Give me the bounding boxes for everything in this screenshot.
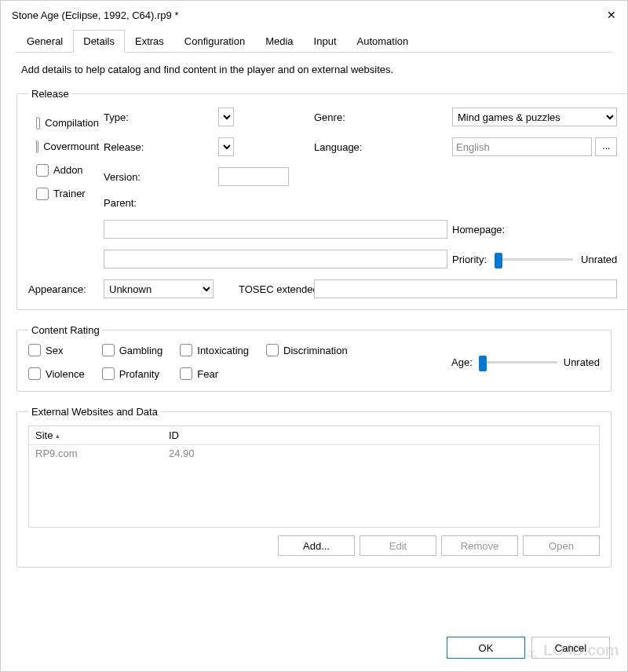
window-title: Stone Age (Eclipse, 1992, C64).rp9 * xyxy=(12,9,178,21)
tab-configuration[interactable]: Configuration xyxy=(174,30,255,53)
genre-select[interactable]: Mind games & puzzles xyxy=(452,108,617,126)
external-table[interactable]: Site▴ ID RP9.com 24.90 xyxy=(28,425,600,528)
release-select[interactable]: Unknown xyxy=(218,137,234,156)
row-site: RP9.com xyxy=(29,445,162,462)
age-label: Age: xyxy=(451,356,473,368)
row-id: 24.90 xyxy=(162,445,599,462)
tab-automation[interactable]: Automation xyxy=(347,30,419,53)
dialog-window: Stone Age (Eclipse, 1992, C64).rp9 * ✕ G… xyxy=(0,0,628,672)
release-label: Release: xyxy=(104,141,214,153)
homepage-field[interactable] xyxy=(104,250,447,268)
column-id[interactable]: ID xyxy=(162,427,599,444)
add-button[interactable]: Add... xyxy=(278,535,355,556)
external-header: Site▴ ID xyxy=(29,426,599,445)
sex-checkbox[interactable]: Sex xyxy=(28,344,85,356)
addon-checkbox[interactable]: Addon xyxy=(36,164,99,177)
gambling-checkbox[interactable]: Gambling xyxy=(102,344,163,356)
tab-general[interactable]: General xyxy=(16,30,73,53)
tab-content: Add details to help catalog and find con… xyxy=(1,53,627,626)
profanity-checkbox[interactable]: Profanity xyxy=(102,367,163,380)
trainer-checkbox[interactable]: Trainer xyxy=(36,188,99,200)
tab-extras[interactable]: Extras xyxy=(125,30,174,53)
priority-label: Priority: xyxy=(452,254,487,265)
description-text: Add details to help catalog and find con… xyxy=(16,53,612,88)
priority-slider[interactable] xyxy=(495,251,573,267)
titlebar: Stone Age (Eclipse, 1992, C64).rp9 * ✕ xyxy=(1,1,627,29)
homepage-label: Homepage: xyxy=(452,224,617,236)
intoxicating-checkbox[interactable]: Intoxicating xyxy=(180,344,249,356)
content-rating-group: Content Rating Sex Gambling Intoxicating… xyxy=(16,324,612,392)
type-select[interactable]: Game xyxy=(218,108,234,126)
parent-label: Parent: xyxy=(104,197,214,209)
open-button[interactable]: Open xyxy=(523,535,600,556)
appearance-select[interactable]: Unknown xyxy=(104,279,214,298)
language-browse-button[interactable]: ... xyxy=(595,137,617,156)
priority-value: Unrated xyxy=(581,254,617,265)
cancel-button[interactable]: Cancel xyxy=(531,637,610,659)
close-button[interactable]: ✕ xyxy=(585,9,616,21)
column-site[interactable]: Site▴ xyxy=(29,427,162,444)
ok-button[interactable]: OK xyxy=(447,637,525,659)
external-legend: External Websites and Data xyxy=(28,406,161,418)
language-label: Language: xyxy=(314,141,447,153)
tosec-label: TOSEC extended: xyxy=(239,283,309,295)
tab-media[interactable]: Media xyxy=(255,30,303,53)
external-buttons: Add... Edit Remove Open xyxy=(28,535,600,556)
dialog-footer: OK Cancel xyxy=(1,626,627,671)
version-label: Version: xyxy=(104,171,214,183)
release-group: Release Type: Game Genre: Mind games & p… xyxy=(16,88,627,310)
sort-asc-icon: ▴ xyxy=(56,432,60,440)
genre-label: Genre: xyxy=(314,111,447,123)
age-value: Unrated xyxy=(564,356,600,368)
language-field[interactable] xyxy=(452,137,592,156)
release-legend: Release xyxy=(28,88,72,100)
appearance-label: Appearance: xyxy=(28,283,99,295)
version-field[interactable] xyxy=(218,167,289,186)
violence-checkbox[interactable]: Violence xyxy=(28,367,85,380)
remove-button[interactable]: Remove xyxy=(441,535,518,556)
external-group: External Websites and Data Site▴ ID RP9.… xyxy=(16,406,612,568)
type-label: Type: xyxy=(104,111,214,123)
tab-strip: General Details Extras Configuration Med… xyxy=(16,29,612,53)
parent-field[interactable] xyxy=(104,220,447,239)
tab-details[interactable]: Details xyxy=(73,30,125,53)
fear-checkbox[interactable]: Fear xyxy=(180,367,249,380)
content-rating-legend: Content Rating xyxy=(28,324,103,336)
discrimination-checkbox[interactable]: Discrimination xyxy=(266,344,348,356)
covermount-checkbox[interactable]: Covermount xyxy=(36,141,99,153)
tosec-field[interactable] xyxy=(314,279,617,298)
compilation-checkbox[interactable]: Compilation xyxy=(36,117,99,130)
edit-button[interactable]: Edit xyxy=(360,535,436,556)
tab-input[interactable]: Input xyxy=(304,30,347,53)
table-row[interactable]: RP9.com 24.90 xyxy=(29,445,599,462)
age-slider[interactable] xyxy=(479,354,557,370)
